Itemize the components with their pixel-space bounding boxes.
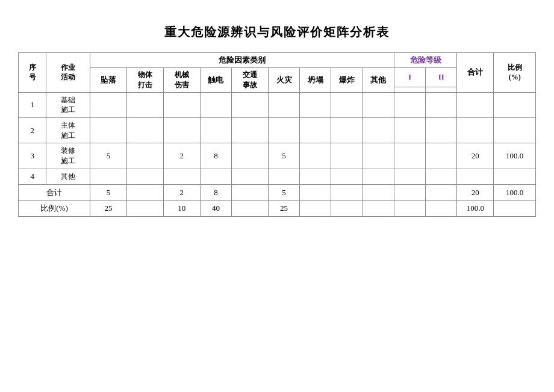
- ratio-row: 比例(%)25104025100.0: [19, 201, 536, 216]
- page-title: 重大危险源辨识与风险评价矩阵分析表: [164, 24, 390, 40]
- header-mech: 机械伤害: [163, 68, 200, 93]
- cell-explode: [331, 169, 363, 184]
- table-row: 3装修施工528520100.0: [19, 143, 536, 169]
- summary-explode: [331, 184, 363, 200]
- header-seq: 序号: [19, 53, 46, 93]
- summary-other: [363, 184, 394, 200]
- main-table: 序号 作业活动 危险因素类别 危险等级 合计 比例(%) 坠落 物体打击 机械伤…: [18, 52, 536, 211]
- cell-level2: [426, 169, 457, 184]
- ratio-level1: [394, 201, 425, 216]
- header-traffic: 交通事故: [232, 68, 269, 93]
- cell-fire: 5: [268, 143, 299, 169]
- cell-level1: [394, 92, 425, 117]
- summary-row: 合计528520100.0: [19, 184, 536, 200]
- cell-fall: [90, 92, 126, 117]
- header-level2-b: [426, 87, 457, 92]
- cell-fall: [90, 169, 126, 184]
- header-fall: 坠落: [90, 68, 126, 93]
- ratio-fall: 25: [90, 201, 126, 216]
- cell-activity: 其他: [46, 169, 90, 184]
- table-row: 1基础施工: [19, 92, 536, 117]
- cell-fire: [268, 169, 299, 184]
- ratio-mech: 10: [163, 201, 200, 216]
- ratio-elec: 40: [200, 201, 231, 216]
- cell-activity: 装修施工: [46, 143, 90, 169]
- cell-elec: [200, 169, 231, 184]
- summary-level2: [426, 184, 457, 200]
- cell-mech: [163, 169, 200, 184]
- header-explode: 爆炸: [331, 68, 363, 93]
- header-level2: II: [426, 68, 457, 87]
- cell-other: [363, 118, 394, 143]
- cell-seq: 3: [19, 143, 46, 169]
- cell-explode: [331, 143, 363, 169]
- header-elec: 触电: [200, 68, 231, 93]
- header-strike: 物体打击: [126, 68, 163, 93]
- cell-seq: 1: [19, 92, 46, 117]
- header-level1-b: [394, 87, 425, 92]
- summary-fall: 5: [90, 184, 126, 200]
- cell-strike: [126, 92, 163, 117]
- cell-level1: [394, 118, 425, 143]
- cell-mech: [163, 92, 200, 117]
- cell-collapse: [300, 92, 331, 117]
- cell-other: [363, 169, 394, 184]
- cell-ratio: 100.0: [494, 143, 536, 169]
- cell-explode: [331, 118, 363, 143]
- ratio-collapse: [300, 201, 331, 216]
- ratio-total: 100.0: [457, 201, 494, 216]
- cell-collapse: [300, 118, 331, 143]
- cell-level2: [426, 92, 457, 117]
- cell-ratio: [494, 169, 536, 184]
- cell-collapse: [300, 143, 331, 169]
- cell-traffic: [232, 143, 269, 169]
- cell-seq: 4: [19, 169, 46, 184]
- summary-mech: 2: [163, 184, 200, 200]
- cell-fire: [268, 92, 299, 117]
- cell-strike: [126, 118, 163, 143]
- cell-level2: [426, 143, 457, 169]
- table-body: 1基础施工2主体施工3装修施工528520100.04其他合计528520100…: [19, 92, 536, 216]
- ratio-ratio: [494, 201, 536, 216]
- cell-collapse: [300, 169, 331, 184]
- cell-other: [363, 143, 394, 169]
- ratio-explode: [331, 201, 363, 216]
- summary-label: 合计: [19, 184, 90, 200]
- header-collapse: 坍塌: [300, 68, 331, 93]
- cell-total: 20: [457, 143, 494, 169]
- cell-strike: [126, 169, 163, 184]
- cell-strike: [126, 143, 163, 169]
- header-danger-level: 危险等级: [394, 53, 456, 68]
- cell-explode: [331, 92, 363, 117]
- summary-level1: [394, 184, 425, 200]
- cell-activity: 主体施工: [46, 118, 90, 143]
- cell-traffic: [232, 92, 269, 117]
- header-other: 其他: [363, 68, 394, 93]
- summary-strike: [126, 184, 163, 200]
- header-fire: 火灾: [268, 68, 299, 93]
- cell-elec: 8: [200, 143, 231, 169]
- table-row: 2主体施工: [19, 118, 536, 143]
- table-row: 4其他: [19, 169, 536, 184]
- cell-elec: [200, 92, 231, 117]
- header-danger-category: 危险因素类别: [90, 53, 394, 68]
- header-level1: I: [394, 68, 425, 87]
- ratio-strike: [126, 201, 163, 216]
- cell-fall: [90, 118, 126, 143]
- ratio-level2: [426, 201, 457, 216]
- ratio-traffic: [232, 201, 269, 216]
- cell-total: [457, 169, 494, 184]
- cell-mech: 2: [163, 143, 200, 169]
- header-row-1: 序号 作业活动 危险因素类别 危险等级 合计 比例(%): [19, 53, 536, 68]
- header-ratio: 比例(%): [494, 53, 536, 93]
- ratio-label: 比例(%): [19, 201, 90, 216]
- ratio-fire: 25: [268, 201, 299, 216]
- cell-level2: [426, 118, 457, 143]
- cell-traffic: [232, 169, 269, 184]
- summary-total: 20: [457, 184, 494, 200]
- cell-seq: 2: [19, 118, 46, 143]
- cell-level1: [394, 169, 425, 184]
- header-activity: 作业活动: [46, 53, 90, 93]
- cell-elec: [200, 118, 231, 143]
- cell-total: [457, 92, 494, 117]
